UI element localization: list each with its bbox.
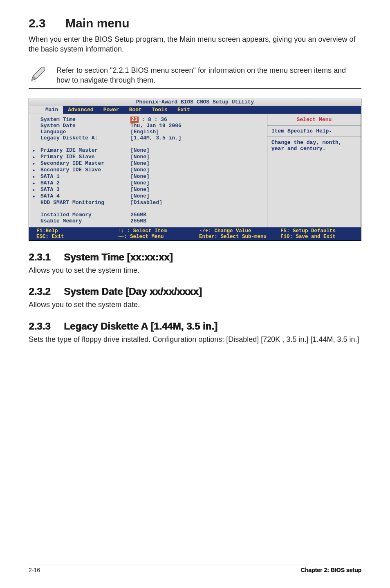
bios-row[interactable]: ▸SATA 4[None]: [32, 193, 264, 200]
bios-row[interactable]: Installed Memory256MB: [32, 212, 264, 218]
bios-left-pane: System Time23 : 8 : 36System DateThu, Ja…: [29, 114, 267, 227]
subsection-body: Sets the type of floppy drive installed.…: [29, 334, 361, 344]
note-text: Refer to section "2.2.1 BIOS menu screen…: [56, 65, 361, 85]
menu-item-advanced[interactable]: Advanced: [63, 106, 98, 114]
subsection-heading: 2.3.1System Time [xx:xx:xx]: [29, 251, 361, 263]
bios-screenshot: Phoenix-Award BIOS CMOS Setup Utility Ma…: [29, 98, 361, 241]
bios-row[interactable]: ▸Primary IDE Master[None]: [32, 147, 264, 154]
bios-row[interactable]: ▸Primary IDE Slave[None]: [32, 154, 264, 160]
subsection-body: Allows you to set the system time.: [29, 265, 361, 275]
chapter-label: Chapter 2: BIOS setup: [300, 567, 361, 573]
bios-row[interactable]: System DateThu, Jan 19 2006: [32, 123, 264, 129]
bios-row[interactable]: ▸Secondary IDE Slave[None]: [32, 167, 264, 173]
menu-item-power[interactable]: Power: [99, 106, 124, 114]
intro-paragraph: When you enter the BIOS Setup program, t…: [29, 34, 361, 54]
bios-footer-bar: F1:Help ESC: Exit ↑↓ : Select Item →←: S…: [29, 227, 361, 240]
bios-row[interactable]: ▸SATA 1[None]: [32, 173, 264, 180]
item-specific-help-label: Item Specific Help: [267, 126, 361, 137]
bios-right-pane: Select Menu Item Specific Help Change th…: [267, 114, 361, 227]
menu-item-exit[interactable]: Exit: [173, 106, 195, 114]
menu-item-tools[interactable]: Tools: [147, 106, 173, 114]
note-block: Refer to section "2.2.1 BIOS menu screen…: [29, 62, 361, 89]
subsection-body: Allows you to set the system date.: [29, 300, 361, 310]
select-menu-label: Select Menu: [267, 114, 361, 126]
bios-row[interactable]: ▸Secondary IDE Master[None]: [32, 160, 264, 167]
page-number: 2-16: [29, 567, 40, 573]
menu-item-main[interactable]: Main: [40, 106, 63, 114]
bios-title: Phoenix-Award BIOS CMOS Setup Utility: [29, 98, 361, 106]
subsection-heading: 2.3.3Legacy Diskette A [1.44M, 3.5 in.]: [29, 321, 361, 332]
help-text: Change the day, month, year and century.: [267, 137, 361, 227]
section-title-text: Main menu: [65, 16, 130, 30]
bios-row[interactable]: HDD SMART Monitoring[Disabled]: [32, 200, 264, 206]
bios-menu-bar: MainAdvancedPowerBootToolsExit: [29, 106, 361, 114]
bios-row[interactable]: Usable Memory255MB: [32, 218, 264, 224]
subsection-heading: 2.3.2System Date [Day xx/xx/xxxx]: [29, 286, 361, 297]
pencil-note-icon: [29, 65, 47, 85]
bios-row[interactable]: ▸SATA 3[None]: [32, 186, 264, 193]
page-footer: 2-16 Chapter 2: BIOS setup: [29, 565, 361, 573]
bios-row[interactable]: ▸SATA 2[None]: [32, 180, 264, 186]
bios-row[interactable]: System Time23 : 8 : 36: [32, 117, 264, 123]
section-heading: 2.3Main menu: [29, 16, 361, 30]
menu-item-boot[interactable]: Boot: [124, 106, 147, 114]
bios-row[interactable]: Legacy Diskette A:[1.44M, 3.5 in.]: [32, 135, 264, 141]
section-number: 2.3: [29, 16, 65, 30]
bios-row[interactable]: Language[English]: [32, 129, 264, 135]
